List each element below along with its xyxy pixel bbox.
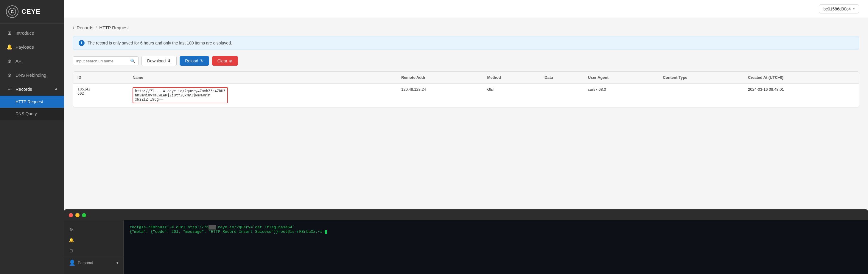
sidebar-item-dns-query[interactable]: DNS Query [0,108,64,120]
personal-icon: 👤 [69,259,75,266]
toolbar: 🔍 Download ⬇ Reload ↻ Clear ⊗ [73,56,859,66]
sidebar-item-api-label: API [16,58,23,63]
sidebar: C CEYE ⊞ Introduce 🔔 Payloads ⊛ API ⊗ DN… [0,0,64,274]
sidebar-item-payloads-label: Payloads [16,45,34,50]
info-banner-text: The record is only saved for 6 hours and… [88,40,232,45]
terminal-maximize-dot[interactable] [82,213,86,217]
col-user-agent: User Agent [584,72,659,84]
user-badge-text: bc01586d90c4 [823,6,851,11]
records-table-container: ID Name Remote Addr Method Data User Age… [73,71,859,107]
terminal-main[interactable]: root@ls-rK8rbuXz:~# curl http://7n███.ce… [124,220,868,274]
sidebar-item-records[interactable]: ≡ Records ∧ [0,82,64,96]
table-header-row: ID Name Remote Addr Method Data User Age… [73,72,859,84]
cell-remote-addr: 120.48.128.24 [397,84,483,107]
user-badge[interactable]: bc01586d90c4 ▾ [819,4,859,13]
breadcrumb-separator-2: / [96,25,97,30]
sidebar-item-dns-rebinding-label: DNS Rebinding [16,73,46,78]
api-icon: ⊛ [6,58,12,64]
svg-text:C: C [11,9,14,14]
terminal-command: root@ls-rK8rbuXz:~# curl http://7n███.ce… [130,225,862,229]
info-icon: i [79,40,85,46]
col-remote-addr: Remote Addr [397,72,483,84]
reload-icon: ↻ [200,58,204,63]
reload-button[interactable]: Reload ↻ [180,56,209,66]
content-area: / Records / HTTP Request i The record is… [64,18,868,274]
cell-id: 105142 602 [73,84,128,107]
breadcrumb: / Records / HTTP Request [73,25,859,30]
sidebar-item-api[interactable]: ⊛ API [0,54,64,68]
terminal-settings[interactable]: ⚙ [64,224,123,235]
cell-created-at: 2024-03-16 08:48:01 [744,84,859,107]
user-badge-chevron: ▾ [853,7,855,10]
terminal-close-dot[interactable] [69,213,73,217]
settings-icon: ⚙ [69,227,73,231]
terminal-body: ⚙ 🔔 ⊡ 👤 Personal ▾ root@ [64,220,868,274]
breadcrumb-current: HTTP Request [99,25,129,30]
sidebar-item-dns-rebinding[interactable]: ⊗ DNS Rebinding [0,68,64,82]
records-expand-icon: ∧ [55,87,58,91]
terminal-cursor [325,230,327,234]
terminal-response: {"meta": {"code": 201, "message": "HTTP … [130,229,862,234]
records-sub-nav: HTTP Request DNS Query [0,96,64,120]
sidebar-item-introduce-label: Introduce [16,30,34,35]
reload-label: Reload [185,58,198,63]
terminal-display[interactable]: ⊡ [64,245,123,256]
terminal-minimize-dot[interactable] [75,213,80,217]
sidebar-item-http-request[interactable]: HTTP Request [0,96,64,108]
dns-rebinding-icon: ⊗ [6,72,12,78]
table-row: 105142 602 http://7l... ▪.ceye.io/?query… [73,84,859,107]
payloads-icon: 🔔 [6,44,12,50]
terminal-sidebar: ⚙ 🔔 ⊡ 👤 Personal ▾ [64,220,124,274]
sidebar-item-payloads[interactable]: 🔔 Payloads [0,40,64,54]
main-content: bc01586d90c4 ▾ / Records / HTTP Request … [64,0,868,274]
display-icon: ⊡ [69,248,73,253]
cell-data [540,84,584,107]
download-button[interactable]: Download ⬇ [142,56,177,66]
col-id: ID [73,72,128,84]
clear-icon: ⊗ [229,58,232,63]
download-label: Download [147,58,166,63]
search-box: 🔍 [73,56,138,65]
sidebar-item-records-label: Records [16,87,32,92]
clear-label: Clear [217,58,227,63]
breadcrumb-separator-1: / [73,25,74,30]
topbar: bc01586d90c4 ▾ [64,0,868,18]
cell-method: GET [483,84,540,107]
sidebar-nav: ⊞ Introduce 🔔 Payloads ⊛ API ⊗ DNS Rebin… [0,24,64,274]
breadcrumb-records-link[interactable]: Records [76,25,93,30]
sidebar-item-introduce[interactable]: ⊞ Introduce [0,26,64,40]
introduce-icon: ⊞ [6,30,12,36]
records-table: ID Name Remote Addr Method Data User Age… [73,72,859,107]
personal-chevron: ▾ [117,261,119,265]
col-name: Name [128,72,397,84]
search-input[interactable] [76,59,128,63]
download-icon: ⬇ [167,58,171,63]
logo-text: CEYE [22,8,40,16]
search-icon: 🔍 [130,58,135,63]
personal-label: Personal [78,261,93,265]
logo-icon: C [6,5,19,18]
terminal-titlebar [64,210,868,220]
records-icon: ≡ [6,86,12,92]
cell-content-type [659,84,744,107]
dns-query-label: DNS Query [16,111,37,116]
col-data: Data [540,72,584,84]
col-created-at: Created At (UTC+0) [744,72,859,84]
col-method: Method [483,72,540,84]
bell-icon: 🔔 [69,238,73,242]
clear-button[interactable]: Clear ⊗ [212,56,238,66]
col-content-type: Content Type [659,72,744,84]
sidebar-logo: C CEYE [0,0,64,24]
cell-name: http://7l... ▪.ceye.io/?query=ZmxhZ3s4ZD… [128,84,397,107]
terminal-notifications[interactable]: 🔔 [64,235,123,245]
terminal-personal[interactable]: 👤 Personal ▾ [64,256,123,269]
http-request-label: HTTP Request [16,100,43,104]
cell-user-agent: curl/7.68.0 [584,84,659,107]
name-cell[interactable]: http://7l... ▪.ceye.io/?query=ZmxhZ3s4ZD… [132,87,228,103]
info-banner: i The record is only saved for 6 hours a… [73,36,859,50]
terminal-overlay: ⚙ 🔔 ⊡ 👤 Personal ▾ root@ [64,209,868,274]
